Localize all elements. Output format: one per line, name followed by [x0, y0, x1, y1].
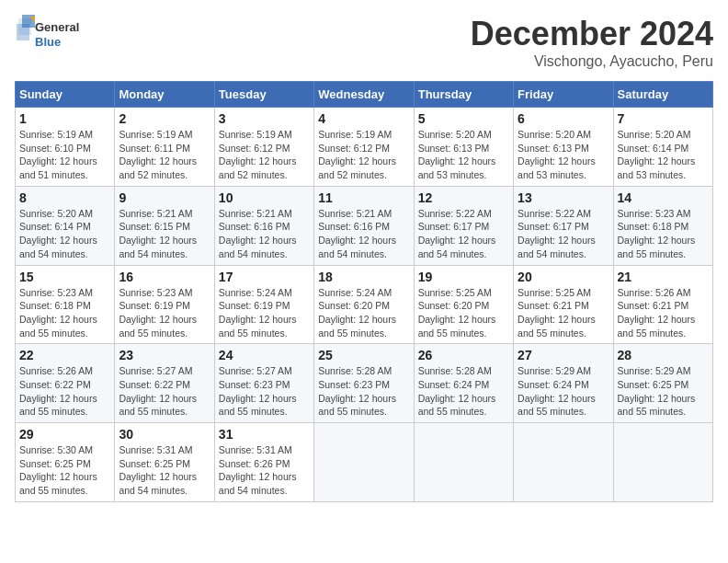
- day-number: 27: [518, 348, 609, 362]
- day-number: 1: [19, 111, 110, 126]
- header: General Blue December 2024 Vischongo, Ay…: [15, 15, 713, 70]
- day-info: Sunrise: 5:20 AM Sunset: 6:13 PM Dayligh…: [418, 128, 509, 182]
- day-number: 19: [418, 270, 509, 284]
- weekday-header-thursday: Thursday: [414, 82, 513, 108]
- weekday-header-wednesday: Wednesday: [314, 82, 414, 108]
- weekday-header-saturday: Saturday: [613, 82, 712, 108]
- day-number: 17: [219, 270, 310, 284]
- subtitle: Vischongo, Ayacucho, Peru: [471, 53, 713, 70]
- calendar-cell: [613, 423, 712, 502]
- day-info: Sunrise: 5:22 AM Sunset: 6:17 PM Dayligh…: [518, 207, 609, 261]
- day-info: Sunrise: 5:23 AM Sunset: 6:18 PM Dayligh…: [19, 286, 110, 340]
- weekday-header-monday: Monday: [115, 82, 214, 108]
- day-info: Sunrise: 5:30 AM Sunset: 6:25 PM Dayligh…: [19, 443, 110, 498]
- calendar-cell: 28Sunrise: 5:29 AM Sunset: 6:25 PM Dayli…: [613, 344, 712, 423]
- day-number: 14: [618, 190, 709, 205]
- day-info: Sunrise: 5:24 AM Sunset: 6:20 PM Dayligh…: [318, 286, 409, 340]
- calendar-cell: 11Sunrise: 5:21 AM Sunset: 6:16 PM Dayli…: [314, 186, 414, 265]
- day-info: Sunrise: 5:19 AM Sunset: 6:11 PM Dayligh…: [119, 128, 210, 182]
- calendar-cell: 30Sunrise: 5:31 AM Sunset: 6:25 PM Dayli…: [115, 423, 214, 502]
- calendar-week-4: 22Sunrise: 5:26 AM Sunset: 6:22 PM Dayli…: [16, 344, 713, 423]
- calendar-cell: 10Sunrise: 5:21 AM Sunset: 6:16 PM Dayli…: [214, 186, 313, 265]
- day-info: Sunrise: 5:21 AM Sunset: 6:15 PM Dayligh…: [119, 207, 210, 261]
- day-info: Sunrise: 5:19 AM Sunset: 6:10 PM Dayligh…: [19, 128, 110, 182]
- day-info: Sunrise: 5:19 AM Sunset: 6:12 PM Dayligh…: [219, 128, 310, 182]
- day-info: Sunrise: 5:20 AM Sunset: 6:14 PM Dayligh…: [19, 207, 110, 261]
- day-number: 18: [318, 270, 409, 284]
- calendar-cell: 23Sunrise: 5:27 AM Sunset: 6:22 PM Dayli…: [115, 344, 214, 423]
- day-number: 23: [119, 348, 210, 362]
- calendar-cell: 2Sunrise: 5:19 AM Sunset: 6:11 PM Daylig…: [115, 108, 214, 187]
- calendar-cell: 1Sunrise: 5:19 AM Sunset: 6:10 PM Daylig…: [16, 108, 115, 187]
- day-info: Sunrise: 5:28 AM Sunset: 6:23 PM Dayligh…: [318, 364, 409, 419]
- calendar-week-2: 8Sunrise: 5:20 AM Sunset: 6:14 PM Daylig…: [16, 186, 713, 265]
- calendar-cell: 3Sunrise: 5:19 AM Sunset: 6:12 PM Daylig…: [214, 108, 313, 187]
- calendar-body: 1Sunrise: 5:19 AM Sunset: 6:10 PM Daylig…: [16, 108, 713, 502]
- day-info: Sunrise: 5:23 AM Sunset: 6:19 PM Dayligh…: [119, 286, 210, 340]
- calendar-week-5: 29Sunrise: 5:30 AM Sunset: 6:25 PM Dayli…: [16, 423, 713, 502]
- day-number: 25: [318, 348, 409, 362]
- day-number: 30: [119, 427, 210, 442]
- day-number: 12: [418, 190, 509, 205]
- day-number: 22: [19, 348, 110, 362]
- day-number: 31: [219, 427, 310, 442]
- calendar-cell: 19Sunrise: 5:25 AM Sunset: 6:20 PM Dayli…: [414, 265, 513, 344]
- day-number: 29: [19, 427, 110, 442]
- day-number: 16: [119, 270, 210, 284]
- day-number: 4: [318, 111, 409, 126]
- calendar-cell: [414, 423, 513, 502]
- calendar-cell: [314, 423, 414, 502]
- calendar-week-1: 1Sunrise: 5:19 AM Sunset: 6:10 PM Daylig…: [16, 108, 713, 187]
- day-info: Sunrise: 5:29 AM Sunset: 6:25 PM Dayligh…: [618, 364, 709, 419]
- calendar-cell: 24Sunrise: 5:27 AM Sunset: 6:23 PM Dayli…: [214, 344, 313, 423]
- logo: General Blue: [15, 15, 88, 55]
- day-number: 8: [19, 190, 110, 205]
- day-number: 7: [618, 111, 709, 126]
- day-info: Sunrise: 5:20 AM Sunset: 6:14 PM Dayligh…: [618, 128, 709, 182]
- day-info: Sunrise: 5:21 AM Sunset: 6:16 PM Dayligh…: [318, 207, 409, 261]
- calendar-cell: 6Sunrise: 5:20 AM Sunset: 6:13 PM Daylig…: [514, 108, 613, 187]
- calendar-cell: 4Sunrise: 5:19 AM Sunset: 6:12 PM Daylig…: [314, 108, 414, 187]
- day-info: Sunrise: 5:29 AM Sunset: 6:24 PM Dayligh…: [518, 364, 609, 419]
- title-block: December 2024 Vischongo, Ayacucho, Peru: [471, 15, 713, 70]
- day-number: 24: [219, 348, 310, 362]
- svg-text:Blue: Blue: [35, 35, 61, 49]
- calendar-table: SundayMondayTuesdayWednesdayThursdayFrid…: [15, 81, 713, 502]
- day-number: 11: [318, 190, 409, 205]
- day-number: 13: [518, 190, 609, 205]
- day-info: Sunrise: 5:23 AM Sunset: 6:18 PM Dayligh…: [618, 207, 709, 261]
- main-title: December 2024: [471, 15, 713, 53]
- calendar-cell: 9Sunrise: 5:21 AM Sunset: 6:15 PM Daylig…: [115, 186, 214, 265]
- calendar-cell: 31Sunrise: 5:31 AM Sunset: 6:26 PM Dayli…: [214, 423, 313, 502]
- calendar-cell: 12Sunrise: 5:22 AM Sunset: 6:17 PM Dayli…: [414, 186, 513, 265]
- day-number: 6: [518, 111, 609, 126]
- calendar-cell: 25Sunrise: 5:28 AM Sunset: 6:23 PM Dayli…: [314, 344, 414, 423]
- day-number: 3: [219, 111, 310, 126]
- calendar-header-row: SundayMondayTuesdayWednesdayThursdayFrid…: [16, 82, 713, 108]
- calendar-week-3: 15Sunrise: 5:23 AM Sunset: 6:18 PM Dayli…: [16, 265, 713, 344]
- calendar-cell: 7Sunrise: 5:20 AM Sunset: 6:14 PM Daylig…: [613, 108, 712, 187]
- day-number: 28: [618, 348, 709, 362]
- day-info: Sunrise: 5:27 AM Sunset: 6:23 PM Dayligh…: [219, 364, 310, 419]
- calendar-cell: 8Sunrise: 5:20 AM Sunset: 6:14 PM Daylig…: [16, 186, 115, 265]
- day-number: 5: [418, 111, 509, 126]
- day-info: Sunrise: 5:19 AM Sunset: 6:12 PM Dayligh…: [318, 128, 409, 182]
- calendar-cell: 5Sunrise: 5:20 AM Sunset: 6:13 PM Daylig…: [414, 108, 513, 187]
- day-info: Sunrise: 5:26 AM Sunset: 6:21 PM Dayligh…: [618, 286, 709, 340]
- day-number: 21: [618, 270, 709, 284]
- calendar-cell: 18Sunrise: 5:24 AM Sunset: 6:20 PM Dayli…: [314, 265, 414, 344]
- calendar-cell: 27Sunrise: 5:29 AM Sunset: 6:24 PM Dayli…: [514, 344, 613, 423]
- calendar-cell: 15Sunrise: 5:23 AM Sunset: 6:18 PM Dayli…: [16, 265, 115, 344]
- day-number: 15: [19, 270, 110, 284]
- logo-svg: General Blue: [15, 15, 88, 55]
- day-info: Sunrise: 5:26 AM Sunset: 6:22 PM Dayligh…: [19, 364, 110, 419]
- weekday-header-sunday: Sunday: [16, 82, 115, 108]
- day-number: 2: [119, 111, 210, 126]
- calendar-cell: 17Sunrise: 5:24 AM Sunset: 6:19 PM Dayli…: [214, 265, 313, 344]
- calendar-cell: 20Sunrise: 5:25 AM Sunset: 6:21 PM Dayli…: [514, 265, 613, 344]
- calendar-header: SundayMondayTuesdayWednesdayThursdayFrid…: [16, 82, 713, 108]
- day-number: 26: [418, 348, 509, 362]
- calendar-cell: [514, 423, 613, 502]
- calendar-cell: 21Sunrise: 5:26 AM Sunset: 6:21 PM Dayli…: [613, 265, 712, 344]
- day-number: 9: [119, 190, 210, 205]
